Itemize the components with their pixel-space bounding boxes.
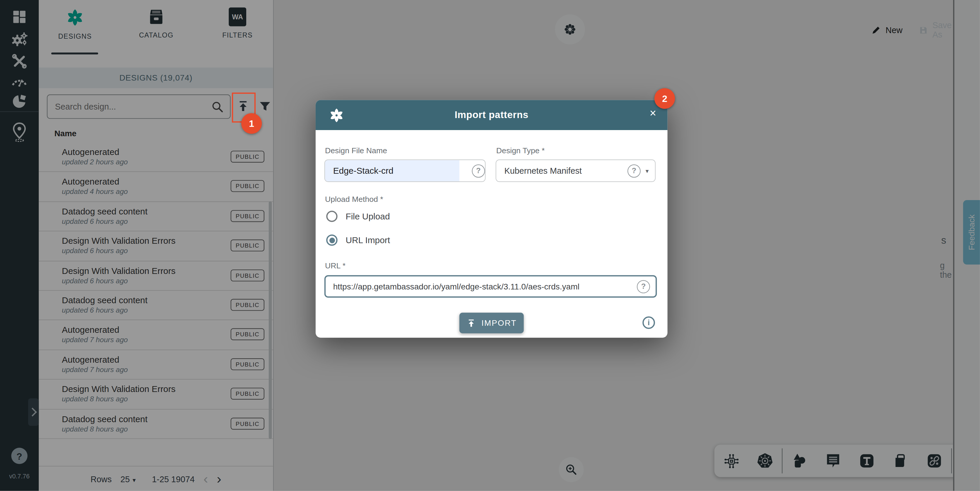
upload-method-label: Upload Method * — [325, 195, 383, 204]
url-import-label: URL Import — [345, 235, 390, 245]
design-file-name-field: ? — [325, 159, 486, 182]
help-tooltip-icon[interactable]: ? — [627, 164, 641, 177]
file-upload-radio[interactable]: File Upload — [326, 210, 390, 222]
design-type-value: Kubernetes Manifest — [496, 166, 627, 175]
import-patterns-modal: Import patterns × Design File Name Desig… — [316, 100, 668, 338]
design-type-select[interactable]: Kubernetes Manifest ? ▾ — [496, 159, 655, 182]
radio-unchecked-icon — [326, 210, 337, 222]
annotation-step-1: 1 — [241, 113, 262, 134]
design-file-name-label: Design File Name — [325, 146, 387, 155]
import-button[interactable]: IMPORT — [460, 312, 524, 333]
modal-title: Import patterns — [316, 110, 668, 121]
annotation-step-2: 2 — [654, 88, 675, 109]
meshery-app: ? v0.7.76 DESIGNS CATALOG WA FILTERS DES… — [0, 0, 980, 491]
modal-header: Import patterns × — [316, 100, 668, 130]
close-icon[interactable]: × — [650, 107, 656, 119]
import-button-label: IMPORT — [481, 318, 517, 328]
help-tooltip-icon[interactable]: ? — [637, 280, 650, 293]
radio-checked-icon — [326, 234, 337, 246]
url-label: URL * — [325, 261, 345, 270]
upload-icon — [466, 318, 476, 328]
help-tooltip-icon[interactable]: ? — [472, 164, 485, 177]
caret-down-icon: ▾ — [646, 167, 649, 174]
file-upload-label: File Upload — [345, 211, 390, 221]
design-type-label: Design Type * — [496, 146, 545, 155]
url-field: ? — [325, 275, 657, 298]
info-icon[interactable]: i — [643, 316, 655, 329]
url-import-radio[interactable]: URL Import — [326, 234, 390, 246]
url-input[interactable] — [326, 281, 637, 292]
design-file-name-input[interactable] — [325, 165, 453, 176]
